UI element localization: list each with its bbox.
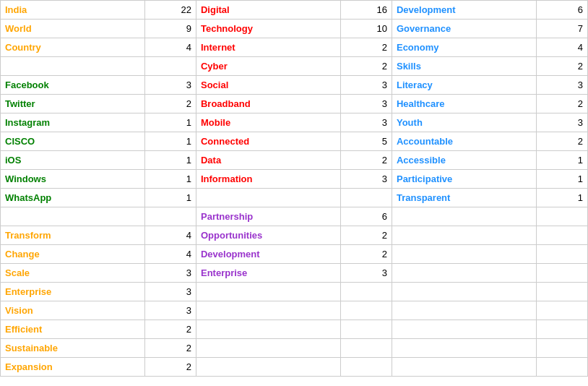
col1-num: 1 <box>144 151 196 170</box>
col2-label: Information <box>196 170 340 189</box>
table-row: Transform4Opportunities2 <box>1 226 588 245</box>
col1-label: iOS <box>1 151 145 170</box>
table-row: Instagram1Mobile3Youth3 <box>1 113 588 132</box>
col1-num <box>144 207 196 226</box>
col3-label <box>392 358 536 377</box>
col2-label: Connected <box>196 132 340 151</box>
col2-label <box>196 189 340 207</box>
col2-label: Technology <box>196 20 340 38</box>
col1-label: Enterprise <box>1 283 145 301</box>
col3-num <box>536 207 587 226</box>
col1-label: Windows <box>1 170 145 189</box>
col1-num: 9 <box>144 20 196 38</box>
col3-num: 7 <box>536 20 587 38</box>
col1-num: 3 <box>144 264 196 283</box>
col3-label: Participative <box>392 170 536 189</box>
col2-label <box>196 320 340 339</box>
col2-num: 3 <box>340 95 392 113</box>
col2-num <box>340 339 392 358</box>
col2-num: 3 <box>340 113 392 132</box>
col1-num: 1 <box>144 189 196 207</box>
col1-num: 3 <box>144 301 196 320</box>
col2-num <box>340 358 392 377</box>
col3-label <box>392 320 536 339</box>
col3-num: 6 <box>536 1 587 20</box>
col3-num: 2 <box>536 57 587 76</box>
col1-num: 2 <box>144 320 196 339</box>
col1-label: Change <box>1 245 145 264</box>
col2-num: 5 <box>340 132 392 151</box>
col1-num: 1 <box>144 170 196 189</box>
table-row: Scale3Enterprise3 <box>1 264 588 283</box>
col2-num <box>340 320 392 339</box>
col3-label: Economy <box>392 38 536 57</box>
table-row: iOS1Data2Accessible1 <box>1 151 588 170</box>
col3-label <box>392 226 536 245</box>
col1-num: 4 <box>144 245 196 264</box>
col3-label: Governance <box>392 20 536 38</box>
col3-label <box>392 301 536 320</box>
col2-num: 10 <box>340 20 392 38</box>
col1-label: WhatsApp <box>1 189 145 207</box>
col1-label: India <box>1 1 145 20</box>
col2-num: 6 <box>340 207 392 226</box>
col3-label: Literacy <box>392 76 536 95</box>
col2-label: Enterprise <box>196 264 340 283</box>
col2-num <box>340 283 392 301</box>
col3-label <box>392 264 536 283</box>
col2-label: Digital <box>196 1 340 20</box>
col2-num: 2 <box>340 226 392 245</box>
col1-label: Country <box>1 38 145 57</box>
col2-num: 2 <box>340 38 392 57</box>
col2-num: 16 <box>340 1 392 20</box>
col3-label: Healthcare <box>392 95 536 113</box>
col2-num: 3 <box>340 76 392 95</box>
col1-label: Scale <box>1 264 145 283</box>
col2-label <box>196 301 340 320</box>
col1-num: 4 <box>144 38 196 57</box>
table-row: Windows1Information3Participative1 <box>1 170 588 189</box>
col1-label <box>1 207 145 226</box>
col2-label: Broadband <box>196 95 340 113</box>
col3-label: Transparent <box>392 189 536 207</box>
col2-label: Development <box>196 245 340 264</box>
col3-num <box>536 358 587 377</box>
table-row: Cyber2Skills2 <box>1 57 588 76</box>
col3-num: 1 <box>536 151 587 170</box>
col2-label <box>196 339 340 358</box>
col2-label: Mobile <box>196 113 340 132</box>
col2-num: 2 <box>340 57 392 76</box>
col3-num: 4 <box>536 38 587 57</box>
col2-label: Cyber <box>196 57 340 76</box>
col3-num: 2 <box>536 95 587 113</box>
table-row: India22Digital16Development6 <box>1 1 588 20</box>
table-row: Change4Development2 <box>1 245 588 264</box>
col3-label: Youth <box>392 113 536 132</box>
table-row: Enterprise3 <box>1 283 588 301</box>
table-row: Efficient2 <box>1 320 588 339</box>
col1-num: 2 <box>144 358 196 377</box>
col2-label <box>196 358 340 377</box>
col1-label: CISCO <box>1 132 145 151</box>
col1-num: 1 <box>144 113 196 132</box>
col1-num: 1 <box>144 132 196 151</box>
table-row: WhatsApp1Transparent1 <box>1 189 588 207</box>
col1-label <box>1 57 145 76</box>
col1-num: 2 <box>144 95 196 113</box>
col2-num: 2 <box>340 245 392 264</box>
col1-num: 3 <box>144 76 196 95</box>
col3-label <box>392 283 536 301</box>
data-table: India22Digital16Development6World9Techno… <box>0 0 588 377</box>
table-row: Expansion2 <box>1 358 588 377</box>
col3-num: 1 <box>536 170 587 189</box>
col3-label: Skills <box>392 57 536 76</box>
col3-num <box>536 264 587 283</box>
col1-num: 4 <box>144 226 196 245</box>
col2-label: Social <box>196 76 340 95</box>
col3-num <box>536 226 587 245</box>
col1-label: Facebook <box>1 76 145 95</box>
col1-num: 3 <box>144 283 196 301</box>
col2-num: 3 <box>340 170 392 189</box>
col1-num: 2 <box>144 339 196 358</box>
table-row: Facebook3Social3Literacy3 <box>1 76 588 95</box>
